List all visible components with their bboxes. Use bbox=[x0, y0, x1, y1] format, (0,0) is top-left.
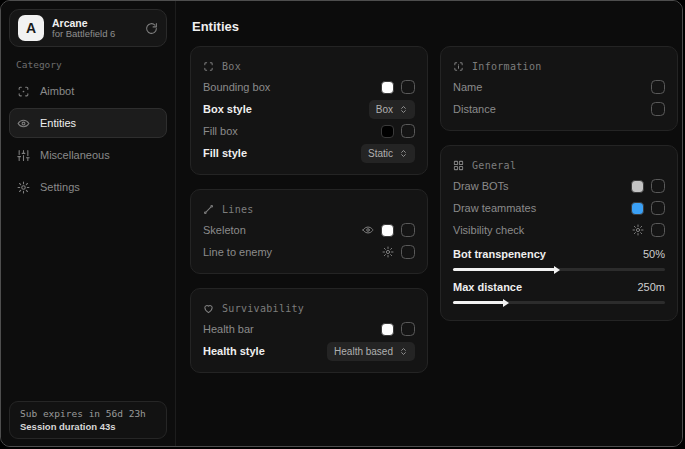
section-general: General Draw BOTs Draw teammates bbox=[440, 145, 678, 321]
checkbox[interactable] bbox=[651, 179, 665, 193]
setting-row-health-bar: Health bar bbox=[203, 318, 415, 340]
visibility-eye-icon[interactable] bbox=[362, 224, 374, 236]
checkbox[interactable] bbox=[651, 80, 665, 94]
sidebar-item-entities[interactable]: Entities bbox=[9, 108, 167, 138]
chevron-up-down-icon bbox=[399, 347, 408, 356]
setting-row-line-to-enemy: Line to enemy bbox=[203, 241, 415, 263]
section-title: General bbox=[472, 160, 516, 171]
gear-icon[interactable] bbox=[632, 224, 644, 236]
sidebar-item-aimbot[interactable]: Aimbot bbox=[9, 76, 167, 106]
chevron-up-down-icon bbox=[399, 149, 408, 158]
slider-value: 250m bbox=[637, 281, 665, 293]
bot-transparency-control: Bot transpenency 50% bbox=[453, 244, 665, 271]
checkbox[interactable] bbox=[401, 223, 415, 237]
color-swatch[interactable] bbox=[381, 81, 394, 94]
section-title: Information bbox=[472, 61, 542, 72]
section-box: Box Bounding box Box style Box bbox=[190, 46, 428, 175]
sidebar: A Arcane for Battlefield 6 Category Aimb… bbox=[1, 1, 176, 446]
info-icon bbox=[453, 61, 464, 72]
setting-row-bounding-box: Bounding box bbox=[203, 76, 415, 98]
section-title: Survivability bbox=[222, 303, 304, 314]
section-title: Lines bbox=[222, 204, 254, 215]
grid-icon bbox=[453, 160, 464, 171]
app-window: A Arcane for Battlefield 6 Category Aimb… bbox=[0, 0, 683, 447]
sidebar-nav: Aimbot Entities Miscellaneous Settings bbox=[1, 76, 175, 202]
setting-row-visibility-check: Visibility check bbox=[453, 219, 665, 241]
crosshair-icon bbox=[17, 85, 30, 98]
session-duration-text: Session duration 43s bbox=[20, 421, 156, 432]
color-swatch[interactable] bbox=[631, 202, 644, 215]
sidebar-item-label: Settings bbox=[40, 181, 80, 193]
section-lines: Lines Skeleton Line to enemy bbox=[190, 189, 428, 274]
checkbox[interactable] bbox=[651, 102, 665, 116]
section-information: Information Name Distance bbox=[440, 46, 678, 131]
sub-expiry-text: Sub expires in 56d 23h bbox=[20, 408, 156, 419]
setting-row-box-style: Box style Box bbox=[203, 98, 415, 120]
color-swatch[interactable] bbox=[381, 323, 394, 336]
sidebar-item-miscellaneous[interactable]: Miscellaneous bbox=[9, 140, 167, 170]
eye-icon bbox=[17, 117, 30, 130]
sidebar-item-label: Miscellaneous bbox=[40, 149, 110, 161]
section-survivability: Survivability Health bar Health style He… bbox=[190, 288, 428, 373]
main-content: Entities Box Bounding box bbox=[176, 1, 683, 446]
setting-row-draw-bots: Draw BOTs bbox=[453, 175, 665, 197]
checkbox[interactable] bbox=[401, 124, 415, 138]
max-distance-control: Max distance 250m bbox=[453, 277, 665, 304]
sidebar-item-label: Aimbot bbox=[40, 85, 74, 97]
fill-style-dropdown[interactable]: Static bbox=[361, 144, 415, 163]
refresh-icon[interactable] bbox=[145, 22, 158, 35]
gear-icon[interactable] bbox=[382, 246, 394, 258]
setting-row-draw-teammates: Draw teammates bbox=[453, 197, 665, 219]
health-style-dropdown[interactable]: Health based bbox=[327, 342, 415, 361]
setting-row-skeleton: Skeleton bbox=[203, 219, 415, 241]
slider-value: 50% bbox=[643, 248, 665, 260]
chevron-up-down-icon bbox=[399, 105, 408, 114]
color-swatch[interactable] bbox=[381, 125, 394, 138]
setting-row-health-style: Health style Health based bbox=[203, 340, 415, 362]
checkbox[interactable] bbox=[401, 80, 415, 94]
color-swatch[interactable] bbox=[381, 224, 394, 237]
checkbox[interactable] bbox=[651, 223, 665, 237]
category-label: Category bbox=[16, 59, 175, 70]
checkbox[interactable] bbox=[401, 322, 415, 336]
session-card: Sub expires in 56d 23h Session duration … bbox=[9, 401, 167, 439]
color-swatch[interactable] bbox=[631, 180, 644, 193]
sidebar-item-settings[interactable]: Settings bbox=[9, 172, 167, 202]
box-frame-icon bbox=[203, 61, 214, 72]
sidebar-item-label: Entities bbox=[40, 117, 76, 129]
app-subtitle: for Battlefield 6 bbox=[52, 29, 137, 40]
setting-row-fill-box: Fill box bbox=[203, 120, 415, 142]
setting-row-name: Name bbox=[453, 76, 665, 98]
brand-card: A Arcane for Battlefield 6 bbox=[9, 9, 167, 47]
app-logo: A bbox=[18, 15, 44, 41]
setting-row-distance: Distance bbox=[453, 98, 665, 120]
app-name: Arcane bbox=[52, 17, 137, 29]
max-distance-slider[interactable] bbox=[453, 301, 665, 304]
bot-transparency-slider[interactable] bbox=[453, 268, 665, 271]
gear-icon bbox=[17, 181, 30, 194]
section-title: Box bbox=[222, 61, 241, 72]
checkbox[interactable] bbox=[651, 201, 665, 215]
heart-icon bbox=[203, 303, 214, 314]
sliders-icon bbox=[17, 149, 30, 162]
page-title: Entities bbox=[192, 19, 678, 34]
setting-row-fill-style: Fill style Static bbox=[203, 142, 415, 164]
line-icon bbox=[203, 204, 214, 215]
checkbox[interactable] bbox=[401, 245, 415, 259]
box-style-dropdown[interactable]: Box bbox=[369, 100, 415, 119]
